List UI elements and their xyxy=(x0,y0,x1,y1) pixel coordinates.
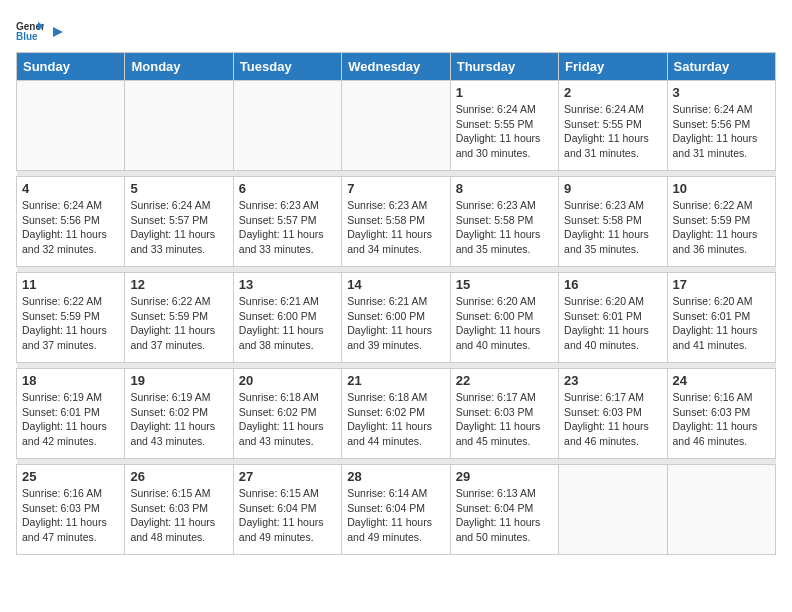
logo-arrow-icon xyxy=(49,23,67,41)
day-number: 14 xyxy=(347,277,444,292)
day-number: 8 xyxy=(456,181,553,196)
day-number: 16 xyxy=(564,277,661,292)
day-number: 1 xyxy=(456,85,553,100)
calendar-cell: 11Sunrise: 6:22 AM Sunset: 5:59 PM Dayli… xyxy=(17,273,125,363)
cell-info: Sunrise: 6:15 AM Sunset: 6:03 PM Dayligh… xyxy=(130,486,227,545)
calendar-cell: 15Sunrise: 6:20 AM Sunset: 6:00 PM Dayli… xyxy=(450,273,558,363)
cell-info: Sunrise: 6:16 AM Sunset: 6:03 PM Dayligh… xyxy=(22,486,119,545)
day-number: 27 xyxy=(239,469,336,484)
cell-info: Sunrise: 6:23 AM Sunset: 5:58 PM Dayligh… xyxy=(456,198,553,257)
calendar-cell: 29Sunrise: 6:13 AM Sunset: 6:04 PM Dayli… xyxy=(450,465,558,555)
day-number: 20 xyxy=(239,373,336,388)
logo: General Blue xyxy=(16,16,68,44)
cell-info: Sunrise: 6:22 AM Sunset: 5:59 PM Dayligh… xyxy=(673,198,770,257)
cell-info: Sunrise: 6:17 AM Sunset: 6:03 PM Dayligh… xyxy=(456,390,553,449)
calendar-cell: 24Sunrise: 6:16 AM Sunset: 6:03 PM Dayli… xyxy=(667,369,775,459)
calendar-cell: 28Sunrise: 6:14 AM Sunset: 6:04 PM Dayli… xyxy=(342,465,450,555)
cell-info: Sunrise: 6:20 AM Sunset: 6:01 PM Dayligh… xyxy=(564,294,661,353)
cell-info: Sunrise: 6:23 AM Sunset: 5:58 PM Dayligh… xyxy=(347,198,444,257)
calendar-cell: 18Sunrise: 6:19 AM Sunset: 6:01 PM Dayli… xyxy=(17,369,125,459)
cell-info: Sunrise: 6:16 AM Sunset: 6:03 PM Dayligh… xyxy=(673,390,770,449)
cell-info: Sunrise: 6:22 AM Sunset: 5:59 PM Dayligh… xyxy=(130,294,227,353)
day-number: 5 xyxy=(130,181,227,196)
cell-info: Sunrise: 6:13 AM Sunset: 6:04 PM Dayligh… xyxy=(456,486,553,545)
day-number: 28 xyxy=(347,469,444,484)
cell-info: Sunrise: 6:17 AM Sunset: 6:03 PM Dayligh… xyxy=(564,390,661,449)
day-number: 6 xyxy=(239,181,336,196)
day-number: 19 xyxy=(130,373,227,388)
cell-info: Sunrise: 6:23 AM Sunset: 5:58 PM Dayligh… xyxy=(564,198,661,257)
cell-info: Sunrise: 6:24 AM Sunset: 5:55 PM Dayligh… xyxy=(564,102,661,161)
calendar-cell: 22Sunrise: 6:17 AM Sunset: 6:03 PM Dayli… xyxy=(450,369,558,459)
calendar-cell xyxy=(342,81,450,171)
calendar-cell: 16Sunrise: 6:20 AM Sunset: 6:01 PM Dayli… xyxy=(559,273,667,363)
calendar-header-row: SundayMondayTuesdayWednesdayThursdayFrid… xyxy=(17,53,776,81)
cell-info: Sunrise: 6:20 AM Sunset: 6:01 PM Dayligh… xyxy=(673,294,770,353)
calendar-cell: 4Sunrise: 6:24 AM Sunset: 5:56 PM Daylig… xyxy=(17,177,125,267)
day-number: 29 xyxy=(456,469,553,484)
calendar-cell: 1Sunrise: 6:24 AM Sunset: 5:55 PM Daylig… xyxy=(450,81,558,171)
day-number: 11 xyxy=(22,277,119,292)
day-number: 2 xyxy=(564,85,661,100)
calendar-header-sunday: Sunday xyxy=(17,53,125,81)
cell-info: Sunrise: 6:14 AM Sunset: 6:04 PM Dayligh… xyxy=(347,486,444,545)
calendar-cell: 14Sunrise: 6:21 AM Sunset: 6:00 PM Dayli… xyxy=(342,273,450,363)
calendar-week-row: 4Sunrise: 6:24 AM Sunset: 5:56 PM Daylig… xyxy=(17,177,776,267)
cell-info: Sunrise: 6:24 AM Sunset: 5:55 PM Dayligh… xyxy=(456,102,553,161)
calendar-cell: 8Sunrise: 6:23 AM Sunset: 5:58 PM Daylig… xyxy=(450,177,558,267)
day-number: 18 xyxy=(22,373,119,388)
cell-info: Sunrise: 6:19 AM Sunset: 6:01 PM Dayligh… xyxy=(22,390,119,449)
calendar-week-row: 11Sunrise: 6:22 AM Sunset: 5:59 PM Dayli… xyxy=(17,273,776,363)
cell-info: Sunrise: 6:23 AM Sunset: 5:57 PM Dayligh… xyxy=(239,198,336,257)
cell-info: Sunrise: 6:21 AM Sunset: 6:00 PM Dayligh… xyxy=(347,294,444,353)
calendar-cell xyxy=(559,465,667,555)
calendar-cell: 10Sunrise: 6:22 AM Sunset: 5:59 PM Dayli… xyxy=(667,177,775,267)
calendar-header-friday: Friday xyxy=(559,53,667,81)
day-number: 10 xyxy=(673,181,770,196)
calendar-header-saturday: Saturday xyxy=(667,53,775,81)
calendar-cell: 20Sunrise: 6:18 AM Sunset: 6:02 PM Dayli… xyxy=(233,369,341,459)
cell-info: Sunrise: 6:18 AM Sunset: 6:02 PM Dayligh… xyxy=(347,390,444,449)
day-number: 3 xyxy=(673,85,770,100)
calendar-cell: 26Sunrise: 6:15 AM Sunset: 6:03 PM Dayli… xyxy=(125,465,233,555)
calendar-cell: 5Sunrise: 6:24 AM Sunset: 5:57 PM Daylig… xyxy=(125,177,233,267)
cell-info: Sunrise: 6:20 AM Sunset: 6:00 PM Dayligh… xyxy=(456,294,553,353)
day-number: 15 xyxy=(456,277,553,292)
calendar-cell: 6Sunrise: 6:23 AM Sunset: 5:57 PM Daylig… xyxy=(233,177,341,267)
cell-info: Sunrise: 6:21 AM Sunset: 6:00 PM Dayligh… xyxy=(239,294,336,353)
calendar-cell: 13Sunrise: 6:21 AM Sunset: 6:00 PM Dayli… xyxy=(233,273,341,363)
svg-text:Blue: Blue xyxy=(16,31,38,42)
day-number: 4 xyxy=(22,181,119,196)
calendar-header-thursday: Thursday xyxy=(450,53,558,81)
calendar-cell xyxy=(667,465,775,555)
calendar-header-tuesday: Tuesday xyxy=(233,53,341,81)
calendar-cell: 19Sunrise: 6:19 AM Sunset: 6:02 PM Dayli… xyxy=(125,369,233,459)
calendar-week-row: 1Sunrise: 6:24 AM Sunset: 5:55 PM Daylig… xyxy=(17,81,776,171)
cell-info: Sunrise: 6:19 AM Sunset: 6:02 PM Dayligh… xyxy=(130,390,227,449)
day-number: 23 xyxy=(564,373,661,388)
calendar-cell: 21Sunrise: 6:18 AM Sunset: 6:02 PM Dayli… xyxy=(342,369,450,459)
cell-info: Sunrise: 6:24 AM Sunset: 5:56 PM Dayligh… xyxy=(22,198,119,257)
day-number: 17 xyxy=(673,277,770,292)
day-number: 26 xyxy=(130,469,227,484)
calendar-cell: 9Sunrise: 6:23 AM Sunset: 5:58 PM Daylig… xyxy=(559,177,667,267)
calendar-header-wednesday: Wednesday xyxy=(342,53,450,81)
calendar-cell xyxy=(233,81,341,171)
calendar-week-row: 18Sunrise: 6:19 AM Sunset: 6:01 PM Dayli… xyxy=(17,369,776,459)
day-number: 12 xyxy=(130,277,227,292)
calendar-cell xyxy=(125,81,233,171)
calendar-cell: 3Sunrise: 6:24 AM Sunset: 5:56 PM Daylig… xyxy=(667,81,775,171)
day-number: 7 xyxy=(347,181,444,196)
day-number: 25 xyxy=(22,469,119,484)
day-number: 22 xyxy=(456,373,553,388)
calendar-cell: 2Sunrise: 6:24 AM Sunset: 5:55 PM Daylig… xyxy=(559,81,667,171)
calendar-week-row: 25Sunrise: 6:16 AM Sunset: 6:03 PM Dayli… xyxy=(17,465,776,555)
day-number: 21 xyxy=(347,373,444,388)
cell-info: Sunrise: 6:24 AM Sunset: 5:56 PM Dayligh… xyxy=(673,102,770,161)
calendar-cell: 17Sunrise: 6:20 AM Sunset: 6:01 PM Dayli… xyxy=(667,273,775,363)
calendar-cell: 25Sunrise: 6:16 AM Sunset: 6:03 PM Dayli… xyxy=(17,465,125,555)
cell-info: Sunrise: 6:18 AM Sunset: 6:02 PM Dayligh… xyxy=(239,390,336,449)
header: General Blue xyxy=(16,16,776,44)
logo-icon: General Blue xyxy=(16,16,44,44)
calendar-cell: 27Sunrise: 6:15 AM Sunset: 6:04 PM Dayli… xyxy=(233,465,341,555)
